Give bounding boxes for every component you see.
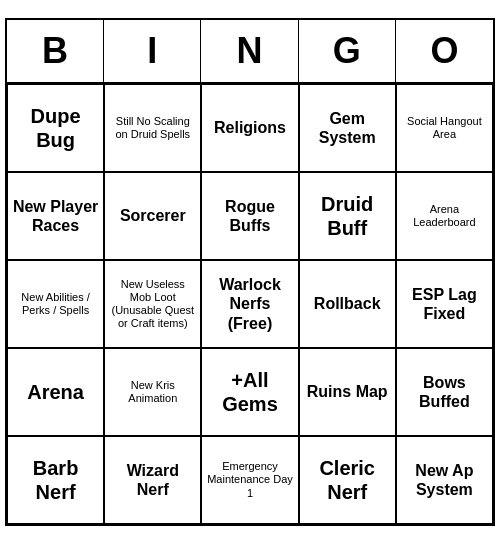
bingo-cell-14: ESP Lag Fixed: [396, 260, 493, 348]
bingo-cell-12: Warlock Nerfs (Free): [201, 260, 298, 348]
bingo-letter-n: N: [201, 20, 298, 82]
bingo-cell-16: New Kris Animation: [104, 348, 201, 436]
bingo-cell-9: Arena Leaderboard: [396, 172, 493, 260]
bingo-cell-4: Social Hangout Area: [396, 84, 493, 172]
bingo-letter-g: G: [299, 20, 396, 82]
bingo-cell-6: Sorcerer: [104, 172, 201, 260]
bingo-cell-23: Cleric Nerf: [299, 436, 396, 524]
bingo-letter-o: O: [396, 20, 493, 82]
bingo-header: BINGO: [7, 20, 493, 84]
bingo-cell-18: Ruins Map: [299, 348, 396, 436]
bingo-cell-15: Arena: [7, 348, 104, 436]
bingo-cell-13: Rollback: [299, 260, 396, 348]
bingo-cell-17: +All Gems: [201, 348, 298, 436]
bingo-cell-21: Wizard Nerf: [104, 436, 201, 524]
bingo-cell-5: New Player Races: [7, 172, 104, 260]
bingo-cell-7: Rogue Buffs: [201, 172, 298, 260]
bingo-cell-0: Dupe Bug: [7, 84, 104, 172]
bingo-cell-10: New Abilities / Perks / Spells: [7, 260, 104, 348]
bingo-cell-8: Druid Buff: [299, 172, 396, 260]
bingo-cell-22: Emergency Maintenance Day 1: [201, 436, 298, 524]
bingo-grid: Dupe BugStill No Scaling on Druid Spells…: [7, 84, 493, 524]
bingo-cell-2: Religions: [201, 84, 298, 172]
bingo-cell-24: New Ap System: [396, 436, 493, 524]
bingo-cell-11: New Useless Mob Loot (Unusable Quest or …: [104, 260, 201, 348]
bingo-cell-20: Barb Nerf: [7, 436, 104, 524]
bingo-letter-i: I: [104, 20, 201, 82]
bingo-cell-19: Bows Buffed: [396, 348, 493, 436]
bingo-cell-3: Gem System: [299, 84, 396, 172]
bingo-card: BINGO Dupe BugStill No Scaling on Druid …: [5, 18, 495, 526]
bingo-letter-b: B: [7, 20, 104, 82]
bingo-cell-1: Still No Scaling on Druid Spells: [104, 84, 201, 172]
